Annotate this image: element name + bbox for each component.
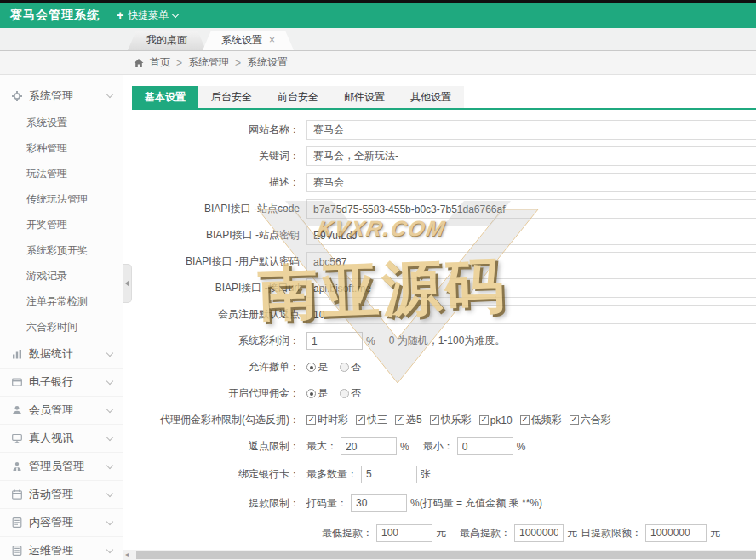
radio-option[interactable]: 是 bbox=[306, 386, 328, 401]
max-withdraw-input[interactable] bbox=[514, 524, 564, 542]
lottery-checkbox-item[interactable]: 快乐彩 bbox=[430, 413, 472, 427]
breadcrumb-home[interactable]: 首页 bbox=[150, 55, 170, 70]
scroll-left-icon[interactable]: ◂ bbox=[125, 551, 129, 558]
tab-0[interactable]: 基本设置 bbox=[132, 86, 198, 108]
sidebar-item-1[interactable]: 数据统计 bbox=[0, 340, 123, 368]
checkbox-label: 时时彩 bbox=[318, 413, 348, 427]
close-icon[interactable]: × bbox=[269, 34, 275, 46]
rebate-max-input[interactable] bbox=[341, 437, 397, 455]
radio-option[interactable]: 否 bbox=[340, 386, 361, 401]
field-label: BIAPI接口 -站点code bbox=[132, 202, 306, 216]
lottery-checkbox-item[interactable]: 低频彩 bbox=[520, 413, 562, 427]
keywords-input[interactable] bbox=[306, 146, 756, 166]
tab-2[interactable]: 前台安全 bbox=[265, 86, 331, 108]
bank-icon bbox=[12, 377, 22, 387]
sidebar-subitem[interactable]: 玩法管理 bbox=[0, 161, 123, 186]
field-label: 允许撤单： bbox=[132, 360, 306, 374]
sidebar-item-4[interactable]: 真人视讯 bbox=[0, 424, 123, 452]
chevron-down-icon bbox=[106, 405, 113, 412]
sidebar-collapse-handle[interactable] bbox=[123, 264, 132, 303]
dama-input[interactable] bbox=[351, 494, 407, 512]
sidebar-item-5[interactable]: 管理员管理 bbox=[0, 452, 123, 480]
description-input[interactable] bbox=[306, 173, 756, 192]
default-rebate-input[interactable] bbox=[306, 305, 756, 324]
biapi-url-input[interactable] bbox=[306, 278, 756, 298]
hint-text: 0 为随机，1-100为难度。 bbox=[389, 334, 506, 348]
biapi-password-input[interactable] bbox=[306, 252, 756, 271]
biapi-code-input[interactable] bbox=[306, 199, 756, 219]
radio-icon bbox=[306, 389, 316, 398]
sidebar-subitem[interactable]: 系统设置 bbox=[0, 110, 123, 135]
sidebar-item-7[interactable]: 内容管理 bbox=[0, 508, 123, 536]
sidebar-item-3[interactable]: 会员管理 bbox=[0, 396, 123, 424]
sidebar-item-2[interactable]: 电子银行 bbox=[0, 368, 123, 396]
site-name-input[interactable] bbox=[306, 120, 756, 140]
form-row-rebate-limit: 返点限制： 最大： % 最小： % bbox=[132, 433, 756, 460]
sidebar-item-label: 会员管理 bbox=[29, 403, 100, 418]
sidebar-item-6[interactable]: 活动管理 bbox=[0, 480, 123, 508]
dama-label: 打码量： bbox=[306, 496, 347, 511]
field-label: 绑定银行卡： bbox=[132, 467, 306, 482]
sidebar-subitem[interactable]: 开奖管理 bbox=[0, 212, 123, 237]
sidebar-menu: 系统管理系统设置彩种管理玩法管理传统玩法管理开奖管理系统彩预开奖游戏记录注单异常… bbox=[0, 75, 123, 560]
min-label: 最小： bbox=[423, 439, 454, 454]
radio-icon bbox=[340, 363, 349, 372]
tab-3[interactable]: 邮件设置 bbox=[331, 86, 398, 108]
unit-label: 张 bbox=[421, 467, 431, 482]
sidebar-subitem[interactable]: 六合彩时间 bbox=[0, 314, 123, 340]
breadcrumb-level2[interactable]: 系统设置 bbox=[247, 55, 288, 70]
checkbox-icon bbox=[520, 415, 530, 425]
form-row-default-rebate: 会员注册默认返点 bbox=[132, 301, 756, 328]
breadcrumb-level1[interactable]: 系统管理 bbox=[188, 55, 229, 70]
radio-option[interactable]: 否 bbox=[340, 360, 361, 374]
sidebar-item-8[interactable]: 运维管理 bbox=[0, 536, 123, 560]
lottery-checkbox-item[interactable]: pk10 bbox=[479, 414, 513, 426]
content-icon bbox=[12, 517, 22, 528]
scrollbar-thumb[interactable] bbox=[136, 551, 756, 559]
sidebar-subitem[interactable]: 注单异常检测 bbox=[0, 289, 123, 314]
quick-menu-button[interactable]: + 快捷菜单 bbox=[117, 9, 178, 23]
sidebar-item-label: 数据统计 bbox=[29, 346, 100, 362]
biapi-secret-input[interactable] bbox=[306, 226, 756, 245]
app-title: 赛马会管理系统 bbox=[10, 8, 100, 23]
daily-withdraw-label: 日提款限额： bbox=[581, 526, 642, 540]
breadcrumb-separator: > bbox=[176, 57, 182, 69]
main-content: 基本设置后台安全前台安全邮件设置其他设置 网站名称： 关键词： 描述： BIAP… bbox=[123, 75, 756, 560]
bank-card-qty-input[interactable] bbox=[361, 466, 417, 483]
window-tab-label: 我的桌面 bbox=[146, 34, 187, 46]
lottery-checkbox-item[interactable]: 选5 bbox=[395, 413, 422, 427]
sidebar-subitem[interactable]: 游戏记录 bbox=[0, 263, 123, 289]
checkbox-label: 快乐彩 bbox=[441, 413, 472, 427]
lottery-checkbox-item[interactable]: 时时彩 bbox=[306, 413, 348, 427]
sidebar-subitem[interactable]: 系统彩预开奖 bbox=[0, 237, 123, 263]
daily-withdraw-input[interactable] bbox=[645, 524, 707, 542]
field-label: BIAPI接口 -站点密钥 bbox=[132, 228, 306, 243]
radio-label: 是 bbox=[318, 386, 328, 401]
radio-label: 否 bbox=[351, 386, 361, 401]
window-tab-bar: 我的桌面系统设置× bbox=[0, 28, 756, 51]
horizontal-scrollbar[interactable]: ◂ bbox=[123, 550, 756, 560]
user-icon bbox=[12, 405, 22, 415]
tab-1[interactable]: 后台安全 bbox=[198, 86, 265, 108]
lottery-checkbox-item[interactable]: 快三 bbox=[356, 413, 387, 427]
window-tab-1[interactable]: 系统设置× bbox=[203, 31, 294, 50]
radio-label: 是 bbox=[318, 360, 328, 374]
field-label: 描述： bbox=[132, 175, 306, 190]
sys-profit-input[interactable] bbox=[306, 332, 363, 350]
form-row-biapi-secret: BIAPI接口 -站点密钥 bbox=[132, 222, 756, 249]
sidebar-item-0[interactable]: 系统管理 bbox=[0, 82, 123, 110]
unit-label: 元 bbox=[436, 526, 446, 540]
tab-4[interactable]: 其他设置 bbox=[398, 86, 464, 108]
window-tab-0[interactable]: 我的桌面 bbox=[128, 31, 206, 50]
rebate-min-input[interactable] bbox=[457, 437, 513, 455]
sidebar-subitem[interactable]: 彩种管理 bbox=[0, 135, 123, 161]
min-withdraw-input[interactable] bbox=[376, 524, 432, 542]
checkbox-icon bbox=[306, 415, 316, 425]
lottery-checkbox-item[interactable]: 六合彩 bbox=[570, 413, 611, 427]
radio-option[interactable]: 是 bbox=[306, 360, 328, 374]
sidebar-subitem[interactable]: 传统玩法管理 bbox=[0, 186, 123, 212]
chevron-down-icon bbox=[106, 461, 113, 468]
checkbox-label: 六合彩 bbox=[581, 413, 611, 427]
video-icon bbox=[12, 433, 22, 443]
field-label: 提款限制： bbox=[132, 496, 306, 511]
